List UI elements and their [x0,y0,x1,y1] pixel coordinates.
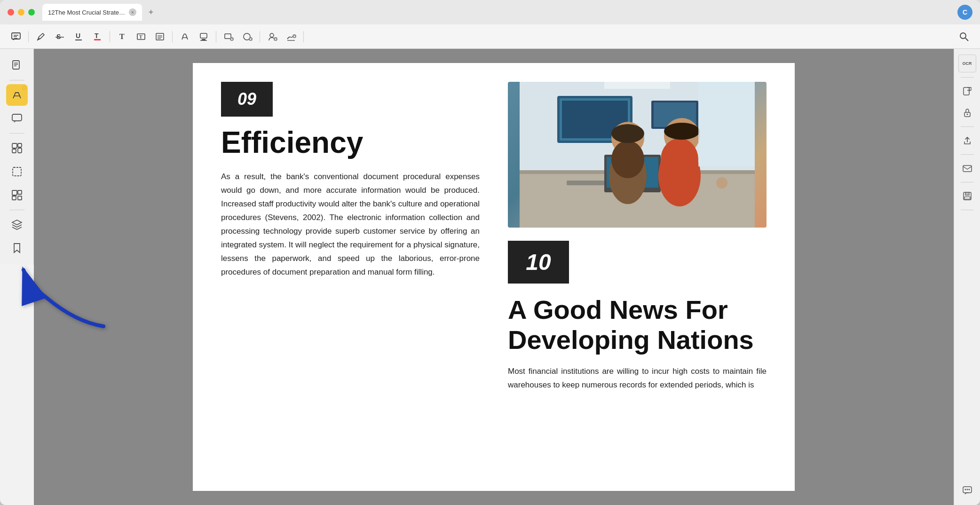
sidebar-right: OCR [954,49,980,505]
svg-rect-40 [12,114,22,121]
app-window: 12The Most Crucial Strate… × + C [0,0,980,505]
ocr-right-icon[interactable]: OCR [958,55,976,72]
lock-right-icon[interactable] [958,104,976,122]
toolbar-sep-3 [172,31,173,42]
stamp-toolbar-btn[interactable] [195,28,212,45]
new-tab-button[interactable]: + [144,5,158,19]
svg-rect-72 [698,82,755,166]
bookmark-sidebar-icon[interactable] [6,237,28,259]
minimize-button[interactable] [18,9,24,16]
user-avatar[interactable]: C [957,5,972,20]
svg-rect-78 [963,166,972,172]
right-sep-4 [961,182,974,182]
section-10: 10 A Good News For Developing Nations Mo… [508,241,767,392]
share-right-icon[interactable] [958,132,976,150]
save-right-icon[interactable] [958,187,976,205]
main-area: Crop Pages ⌘4 [0,49,980,505]
underline-toolbar-btn[interactable]: U [70,28,87,45]
close-button[interactable] [8,9,14,16]
organize-sidebar-icon[interactable] [6,137,28,159]
svg-text:▾: ▾ [275,37,277,41]
svg-rect-80 [965,192,969,195]
svg-rect-43 [12,149,16,153]
svg-rect-73 [604,82,670,89]
toolbar-sep-6 [303,31,304,42]
highlight-sidebar-icon[interactable] [6,84,28,106]
svg-point-33 [960,33,966,39]
svg-rect-45 [13,167,21,176]
right-sep-5 [961,210,974,210]
svg-rect-0 [12,33,20,39]
sign-toolbar-btn[interactable]: ▾ [283,28,300,45]
tab-close-button[interactable]: × [129,8,136,16]
svg-rect-41 [12,143,17,148]
file-export-right-icon[interactable] [958,82,976,100]
pen-toolbar-btn[interactable] [32,28,49,45]
extract-sidebar-icon[interactable] [6,184,28,206]
svg-text:T: T [119,32,125,40]
svg-point-67 [661,138,698,181]
shape-toolbar-btn[interactable]: ▾ [239,28,256,45]
traffic-lights [8,9,35,16]
svg-rect-35 [13,61,19,69]
svg-point-69 [664,123,700,140]
user-tag-toolbar-btn[interactable]: ▾ [264,28,281,45]
svg-rect-46 [12,190,17,195]
svg-point-84 [966,489,968,490]
sidebar-sep-1 [9,80,24,80]
text-color-toolbar-btn[interactable]: T [89,28,106,45]
svg-text:▾: ▾ [250,37,252,41]
svg-rect-47 [18,190,22,194]
svg-line-34 [965,38,968,41]
section-10-title: A Good News For Developing Nations [508,295,767,355]
search-toolbar-btn[interactable] [956,28,972,45]
crop-sidebar-icon[interactable]: Crop Pages ⌘4 [6,161,28,182]
svg-rect-21 [225,34,231,39]
rect-toolbar-btn[interactable]: ▾ [220,28,237,45]
toolbar-sep-1 [28,31,29,42]
svg-rect-13 [156,33,164,40]
toolbar: S U T T T [0,24,980,49]
svg-point-71 [716,177,727,189]
active-tab[interactable]: 12The Most Crucial Strate… × [42,4,142,21]
right-col: 10 A Good News For Developing Nations Mo… [508,82,767,472]
pdf-page: 09 Efficiency As a result, the bank's co… [193,63,795,491]
titlebar: 12The Most Crucial Strate… × + C [0,0,980,24]
list-toolbar-btn[interactable] [151,28,168,45]
section-09: 09 Efficiency As a result, the bank's co… [221,82,480,472]
svg-rect-81 [964,197,970,199]
svg-text:S: S [56,33,61,40]
svg-point-85 [968,489,970,490]
sidebar-left: Crop Pages ⌘4 [0,49,34,265]
sidebar-sep-3 [9,210,24,210]
svg-text:T: T [139,34,142,39]
document-area[interactable]: 09 Efficiency As a result, the bank's co… [34,49,954,505]
tab-bar: 12The Most Crucial Strate… × + [42,4,954,21]
toolbar-sep-2 [110,31,110,42]
comment-toolbar-btn[interactable] [8,28,24,45]
right-sep-2 [961,126,974,127]
svg-point-77 [966,114,968,115]
svg-text:T: T [95,32,99,39]
mail-right-icon[interactable] [958,159,976,177]
svg-rect-74 [964,87,969,95]
right-sep-1 [961,77,974,78]
svg-text:▾: ▾ [231,37,233,41]
pages-sidebar-icon[interactable] [6,55,28,76]
comments-sidebar-icon[interactable] [6,108,28,129]
text-toolbar-btn[interactable]: T [114,28,131,45]
section-09-number: 09 [221,82,273,117]
section-09-body: As a result, the bank's conventional doc… [221,170,480,279]
svg-rect-48 [12,196,16,200]
section-10-number: 10 [508,241,569,284]
maximize-button[interactable] [28,9,35,16]
layers-sidebar-icon[interactable] [6,214,28,236]
svg-point-27 [270,33,274,37]
svg-point-68 [611,124,644,143]
svg-rect-9 [94,39,101,40]
chat-right-icon[interactable] [958,481,976,499]
textbox-toolbar-btn[interactable]: T [133,28,150,45]
section-10-body: Most financial institutions are willing … [508,365,767,392]
strikethrough-toolbar-btn[interactable]: S [51,28,68,45]
pencil-toolbar-btn[interactable] [176,28,193,45]
